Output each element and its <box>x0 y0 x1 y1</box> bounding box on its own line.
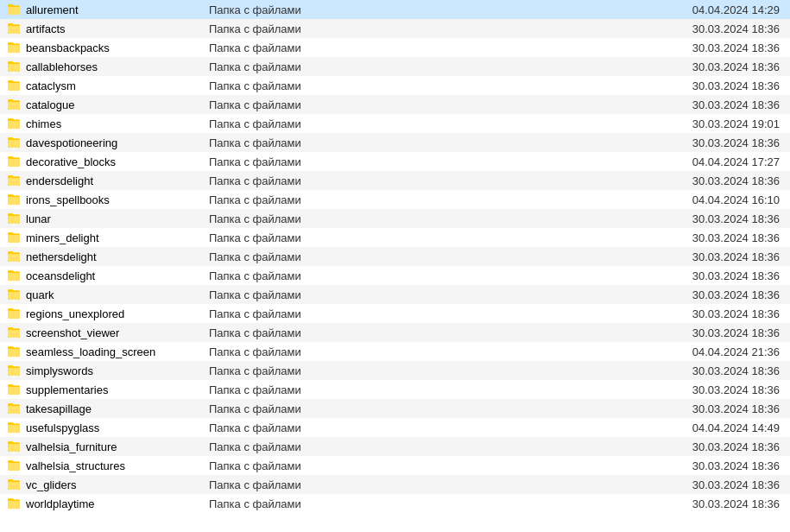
table-row[interactable]: vc_gliders Папка с файлами 30.03.2024 18… <box>0 475 790 494</box>
file-date-cell: 30.03.2024 18:36 <box>648 307 787 320</box>
table-row[interactable]: lunar Папка с файлами 30.03.2024 18:36 <box>0 209 790 228</box>
table-row[interactable]: allurement Папка с файлами 04.04.2024 14… <box>0 0 790 19</box>
table-row[interactable]: chimes Папка с файлами 30.03.2024 19:01 <box>0 114 790 133</box>
table-row[interactable]: regions_unexplored Папка с файлами 30.03… <box>0 304 790 323</box>
file-type-cell: Папка с файлами <box>202 3 648 16</box>
file-name-label: cataclysm <box>26 79 76 92</box>
file-name-label: valhelsia_furniture <box>26 440 117 453</box>
file-type-cell: Папка с файлами <box>202 174 648 187</box>
folder-icon <box>7 3 21 16</box>
file-name-label: seamless_loading_screen <box>26 345 155 358</box>
table-row[interactable]: usefulspyglass Папка с файлами 04.04.202… <box>0 418 790 437</box>
table-row[interactable]: valhelsia_structures Папка с файлами 30.… <box>0 456 790 475</box>
folder-icon <box>7 383 21 396</box>
file-name-cell: catalogue <box>3 98 202 111</box>
table-row[interactable]: oceansdelight Папка с файлами 30.03.2024… <box>0 266 790 285</box>
file-name-cell: chimes <box>3 117 202 130</box>
table-row[interactable]: callablehorses Папка с файлами 30.03.202… <box>0 57 790 76</box>
table-row[interactable]: valhelsia_furniture Папка с файлами 30.0… <box>0 437 790 456</box>
table-row[interactable]: seamless_loading_screen Папка с файлами … <box>0 342 790 361</box>
file-name-label: worldplaytime <box>26 497 94 510</box>
table-row[interactable]: cataclysm Папка с файлами 30.03.2024 18:… <box>0 76 790 95</box>
file-name-label: screenshot_viewer <box>26 326 119 339</box>
file-name-label: decorative_blocks <box>26 155 116 168</box>
file-date-cell: 30.03.2024 18:36 <box>648 326 787 339</box>
file-date-cell: 30.03.2024 18:36 <box>648 288 787 301</box>
file-name-label: beansbackpacks <box>26 41 110 54</box>
folder-icon <box>7 79 21 92</box>
table-row[interactable]: decorative_blocks Папка с файлами 04.04.… <box>0 152 790 171</box>
file-name-label: oceansdelight <box>26 269 95 282</box>
file-date-cell: 30.03.2024 18:36 <box>648 174 787 187</box>
file-list[interactable]: allurement Папка с файлами 04.04.2024 14… <box>0 0 790 532</box>
file-name-label: valhelsia_structures <box>26 459 125 472</box>
folder-icon <box>7 402 21 415</box>
file-type-cell: Папка с файлами <box>202 440 648 453</box>
file-date-cell: 04.04.2024 14:29 <box>648 3 787 16</box>
file-name-cell: seamless_loading_screen <box>3 345 202 358</box>
table-row[interactable]: nethersdelight Папка с файлами 30.03.202… <box>0 247 790 266</box>
file-type-cell: Папка с файлами <box>202 117 648 130</box>
folder-icon <box>7 136 21 149</box>
folder-icon <box>7 421 21 434</box>
folder-icon <box>7 212 21 225</box>
file-type-cell: Папка с файлами <box>202 136 648 149</box>
table-row[interactable]: takesapillage Папка с файлами 30.03.2024… <box>0 399 790 418</box>
file-date-cell: 30.03.2024 18:36 <box>648 478 787 491</box>
file-name-label: lunar <box>26 212 51 225</box>
table-row[interactable]: worldplaytime Папка с файлами 30.03.2024… <box>0 494 790 513</box>
file-type-cell: Папка с файлами <box>202 60 648 73</box>
file-name-label: regions_unexplored <box>26 307 124 320</box>
file-type-cell: Папка с файлами <box>202 478 648 491</box>
file-name-label: usefulspyglass <box>26 421 99 434</box>
file-type-cell: Папка с файлами <box>202 98 648 111</box>
file-name-label: simplyswords <box>26 364 93 377</box>
folder-icon <box>7 60 21 73</box>
table-row[interactable]: endersdelight Папка с файлами 30.03.2024… <box>0 171 790 190</box>
table-row[interactable]: artifacts Папка с файлами 30.03.2024 18:… <box>0 19 790 38</box>
file-name-cell: davespotioneering <box>3 136 202 149</box>
table-row[interactable]: screenshot_viewer Папка с файлами 30.03.… <box>0 323 790 342</box>
folder-icon <box>7 174 21 187</box>
file-name-label: irons_spellbooks <box>26 193 110 206</box>
file-type-cell: Папка с файлами <box>202 307 648 320</box>
folder-icon <box>7 155 21 168</box>
file-date-cell: 30.03.2024 18:36 <box>648 98 787 111</box>
file-name-cell: quark <box>3 288 202 301</box>
file-name-cell: nethersdelight <box>3 250 202 263</box>
file-type-cell: Папка с файлами <box>202 79 648 92</box>
folder-icon <box>7 459 21 472</box>
file-name-label: catalogue <box>26 98 74 111</box>
folder-icon <box>7 440 21 453</box>
file-name-cell: oceansdelight <box>3 269 202 282</box>
file-type-cell: Папка с файлами <box>202 364 648 377</box>
table-row[interactable]: beansbackpacks Папка с файлами 30.03.202… <box>0 38 790 57</box>
file-name-label: nethersdelight <box>26 250 97 263</box>
file-name-cell: screenshot_viewer <box>3 326 202 339</box>
file-name-cell: artifacts <box>3 22 202 35</box>
file-name-cell: lunar <box>3 212 202 225</box>
file-type-cell: Папка с файлами <box>202 288 648 301</box>
table-row[interactable]: quark Папка с файлами 30.03.2024 18:36 <box>0 285 790 304</box>
file-type-cell: Папка с файлами <box>202 269 648 282</box>
table-row[interactable]: miners_delight Папка с файлами 30.03.202… <box>0 228 790 247</box>
file-name-label: endersdelight <box>26 174 93 187</box>
file-date-cell: 30.03.2024 18:36 <box>648 41 787 54</box>
file-name-cell: valhelsia_furniture <box>3 440 202 453</box>
file-name-cell: usefulspyglass <box>3 421 202 434</box>
file-name-label: quark <box>26 288 54 301</box>
file-type-cell: Папка с файлами <box>202 193 648 206</box>
file-type-cell: Папка с файлами <box>202 421 648 434</box>
table-row[interactable]: davespotioneering Папка с файлами 30.03.… <box>0 133 790 152</box>
table-row[interactable]: simplyswords Папка с файлами 30.03.2024 … <box>0 361 790 380</box>
file-date-cell: 30.03.2024 18:36 <box>648 212 787 225</box>
file-type-cell: Папка с файлами <box>202 326 648 339</box>
file-name-cell: worldplaytime <box>3 497 202 510</box>
file-type-cell: Папка с файлами <box>202 155 648 168</box>
table-row[interactable]: supplementaries Папка с файлами 30.03.20… <box>0 380 790 399</box>
table-row[interactable]: irons_spellbooks Папка с файлами 04.04.2… <box>0 190 790 209</box>
file-name-cell: decorative_blocks <box>3 155 202 168</box>
folder-icon <box>7 288 21 301</box>
folder-icon <box>7 478 21 491</box>
table-row[interactable]: catalogue Папка с файлами 30.03.2024 18:… <box>0 95 790 114</box>
